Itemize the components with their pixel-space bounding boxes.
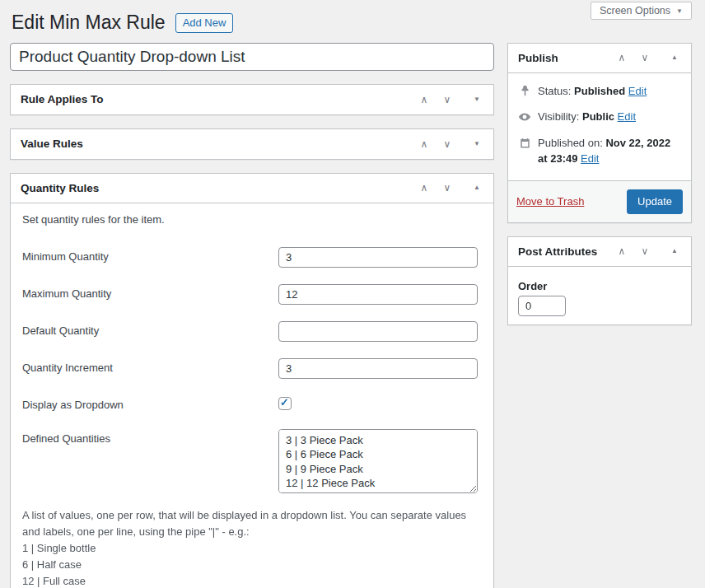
visibility-row: Visibility: Public Edit xyxy=(518,104,681,130)
panel-handle-actions: ∧ ∨ ▲ xyxy=(610,46,686,69)
edit-status-link[interactable]: Edit xyxy=(628,85,647,97)
quantity-rules-description: Set quantity rules for the item. xyxy=(22,213,482,226)
panel-rule-applies-to-header[interactable]: Rule Applies To ∧ ∨ ▼ xyxy=(11,85,493,114)
field-control xyxy=(278,358,482,379)
toggle-panel-button[interactable]: ▼ xyxy=(465,133,488,156)
default-quantity-input[interactable] xyxy=(278,321,478,342)
field-row-default-quantity: Default Quantity xyxy=(22,321,482,342)
move-up-button[interactable]: ∧ xyxy=(610,46,633,69)
published-on-text: Published on: Nov 22, 2022 at 23:49 Edit xyxy=(538,135,681,167)
field-control: 3 | 3 Piece Pack 6 | 6 Piece Pack 9 | 9 … xyxy=(278,429,482,496)
panel-handle-actions: ∧ ∨ ▲ xyxy=(413,176,488,199)
defined-quantities-textarea[interactable]: 3 | 3 Piece Pack 6 | 6 Piece Pack 9 | 9 … xyxy=(278,429,478,493)
screen-options-label: Screen Options xyxy=(600,5,670,16)
defined-quantities-help: A list of values, one per row, that will… xyxy=(22,507,482,588)
panel-quantity-rules-header[interactable]: Quantity Rules ∧ ∨ ▲ xyxy=(11,174,493,203)
arrow-up-icon: ∧ xyxy=(421,94,428,105)
toggle-panel-button[interactable]: ▲ xyxy=(663,46,686,69)
published-on-row: Published on: Nov 22, 2022 at 23:49 Edit xyxy=(518,130,681,172)
title-input[interactable] xyxy=(10,43,494,71)
field-control xyxy=(278,395,482,413)
field-row-maximum-quantity: Maximum Quantity xyxy=(22,284,482,305)
status-row: Status: Published Edit xyxy=(518,78,681,105)
edit-visibility-link[interactable]: Edit xyxy=(618,110,636,123)
content-columns: Rule Applies To ∧ ∨ ▼ Value Rules ∧ ∨ ▼ xyxy=(10,43,692,588)
post-attributes-body: Order xyxy=(508,267,691,324)
display-as-dropdown-checkbox[interactable] xyxy=(278,397,292,410)
arrow-down-icon: ∨ xyxy=(444,138,451,150)
field-row-display-as-dropdown: Display as Dropdown xyxy=(22,395,482,413)
panel-post-attributes: Post Attributes ∧ ∨ ▲ Order xyxy=(507,236,692,325)
quantity-increment-input[interactable] xyxy=(278,358,478,379)
published-on-label: Published on: xyxy=(538,137,603,149)
arrow-up-icon: ∧ xyxy=(421,138,428,150)
status-value: Published xyxy=(574,85,625,97)
move-down-button[interactable]: ∨ xyxy=(633,240,656,263)
toggle-panel-button[interactable]: ▲ xyxy=(465,176,488,199)
arrow-down-icon: ∨ xyxy=(444,94,451,105)
add-new-button[interactable]: Add New xyxy=(175,13,234,33)
panel-value-rules-header[interactable]: Value Rules ∧ ∨ ▼ xyxy=(11,129,493,159)
panel-publish: Publish ∧ ∨ ▲ Status: Publishe xyxy=(507,43,692,223)
toggle-panel-button[interactable]: ▲ xyxy=(663,240,686,263)
field-control xyxy=(278,284,482,305)
panel-handle-actions: ∧ ∨ ▼ xyxy=(413,88,488,111)
order-label-wrap: Order xyxy=(518,280,681,292)
triangle-down-icon: ▼ xyxy=(474,96,480,103)
move-up-button[interactable]: ∧ xyxy=(413,88,436,111)
visibility-text: Visibility: Public Edit xyxy=(538,109,636,125)
visibility-value: Public xyxy=(582,110,614,123)
field-control xyxy=(278,321,482,342)
sidebar-column: Publish ∧ ∨ ▲ Status: Publishe xyxy=(507,43,692,338)
move-up-button[interactable]: ∧ xyxy=(413,176,436,199)
publish-body: Status: Published Edit Visibility: Publi… xyxy=(508,73,691,180)
chevron-down-icon: ▼ xyxy=(676,7,683,15)
defined-quantities-label: Defined Quantities xyxy=(22,429,278,445)
update-button[interactable]: Update xyxy=(627,189,683,214)
panel-title: Value Rules xyxy=(21,138,83,150)
page-title: Edit Min Max Rule xyxy=(12,12,166,35)
minimum-quantity-input[interactable] xyxy=(278,247,478,268)
field-control xyxy=(278,247,482,268)
move-up-button[interactable]: ∧ xyxy=(413,133,436,156)
order-input[interactable] xyxy=(518,296,566,316)
panel-publish-header[interactable]: Publish ∧ ∨ ▲ xyxy=(508,44,691,73)
move-to-trash-link[interactable]: Move to Trash xyxy=(516,195,584,208)
minimum-quantity-label: Minimum Quantity xyxy=(22,247,278,263)
maximum-quantity-input[interactable] xyxy=(278,284,478,305)
main-column: Rule Applies To ∧ ∨ ▼ Value Rules ∧ ∨ ▼ xyxy=(10,43,494,588)
calendar-icon xyxy=(518,137,531,149)
triangle-up-icon: ▲ xyxy=(671,54,678,61)
quantity-rules-body: Set quantity rules for the item. Minimum… xyxy=(11,213,493,588)
triangle-up-icon: ▲ xyxy=(671,247,678,254)
arrow-down-icon: ∨ xyxy=(642,245,649,257)
arrow-up-icon: ∧ xyxy=(619,245,626,257)
arrow-down-icon: ∨ xyxy=(444,182,451,194)
move-down-button[interactable]: ∨ xyxy=(436,88,459,111)
panel-handle-actions: ∧ ∨ ▼ xyxy=(413,133,488,156)
move-down-button[interactable]: ∨ xyxy=(633,46,656,69)
arrow-down-icon: ∨ xyxy=(642,52,649,63)
visibility-eye-icon xyxy=(518,110,531,124)
field-row-quantity-increment: Quantity Increment xyxy=(22,358,482,379)
screen-options-button[interactable]: Screen Options ▼ xyxy=(591,2,692,20)
panel-quantity-rules: Quantity Rules ∧ ∨ ▲ Set quantity rules … xyxy=(10,173,494,588)
panel-rule-applies-to: Rule Applies To ∧ ∨ ▼ xyxy=(10,84,494,115)
toggle-panel-button[interactable]: ▼ xyxy=(465,88,488,111)
field-row-minimum-quantity: Minimum Quantity xyxy=(22,247,482,268)
move-down-button[interactable]: ∨ xyxy=(436,133,459,156)
publish-actions: Move to Trash Update xyxy=(508,180,691,222)
move-up-button[interactable]: ∧ xyxy=(610,240,633,263)
page-wrap: Edit Min Max Rule Add New Rule Applies T… xyxy=(10,0,692,588)
move-down-button[interactable]: ∨ xyxy=(436,176,459,199)
status-text: Status: Published Edit xyxy=(538,83,647,100)
triangle-down-icon: ▼ xyxy=(474,140,480,147)
edit-published-on-link[interactable]: Edit xyxy=(581,152,599,165)
panel-value-rules: Value Rules ∧ ∨ ▼ xyxy=(10,128,494,160)
default-quantity-label: Default Quantity xyxy=(22,321,278,337)
page-header: Edit Min Max Rule Add New xyxy=(10,0,692,43)
arrow-up-icon: ∧ xyxy=(619,52,626,63)
quantity-increment-label: Quantity Increment xyxy=(22,358,278,374)
panel-title: Publish xyxy=(518,52,558,64)
panel-post-attributes-header[interactable]: Post Attributes ∧ ∨ ▲ xyxy=(508,237,691,267)
